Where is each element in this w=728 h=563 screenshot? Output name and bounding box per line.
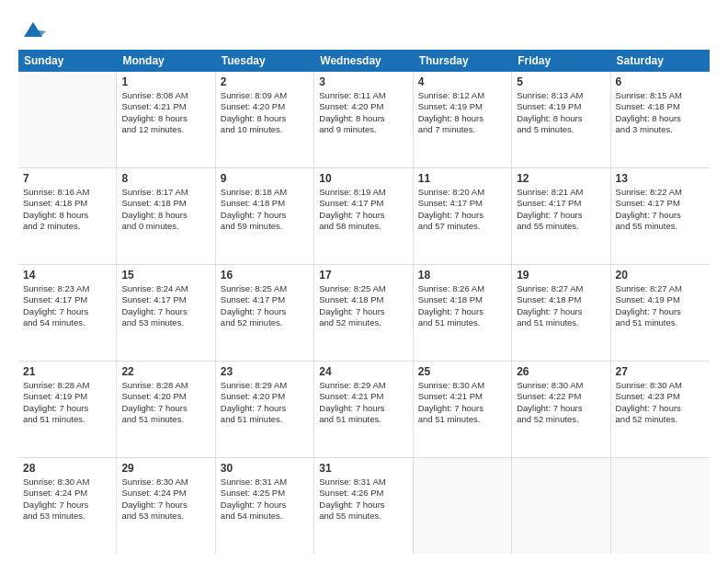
sunset-line: Sunset: 4:17 PM	[221, 294, 309, 305]
daylight-line2: and 52 minutes.	[517, 414, 605, 425]
daylight-line2: and 51 minutes.	[221, 414, 309, 425]
sunrise-line: Sunrise: 8:09 AM	[221, 90, 309, 101]
sunset-line: Sunset: 4:26 PM	[319, 488, 407, 499]
calendar-cell	[414, 458, 512, 554]
daylight-line2: and 57 minutes.	[418, 221, 506, 232]
day-number: 24	[319, 365, 407, 378]
sunset-line: Sunset: 4:19 PM	[517, 101, 605, 112]
day-number: 8	[121, 172, 210, 185]
sunrise-line: Sunrise: 8:30 AM	[418, 380, 506, 391]
calendar-header: SundayMondayTuesdayWednesdayThursdayFrid…	[18, 50, 710, 72]
daylight-line2: and 3 minutes.	[616, 124, 705, 135]
calendar-cell	[512, 458, 610, 554]
calendar-cell: 1 Sunrise: 8:08 AM Sunset: 4:21 PM Dayli…	[117, 72, 215, 167]
sunrise-line: Sunrise: 8:15 AM	[616, 90, 705, 101]
daylight-line2: and 51 minutes.	[418, 317, 506, 328]
daylight-line2: and 9 minutes.	[319, 124, 407, 135]
daylight-line2: and 55 minutes.	[319, 511, 407, 522]
daylight-line2: and 5 minutes.	[517, 124, 605, 135]
day-number: 14	[23, 269, 111, 282]
day-number: 1	[121, 75, 210, 88]
daylight-line1: Daylight: 7 hours	[517, 210, 605, 221]
daylight-line1: Daylight: 7 hours	[418, 210, 506, 221]
day-number: 28	[23, 462, 111, 475]
sunset-line: Sunset: 4:20 PM	[319, 101, 407, 112]
sunrise-line: Sunrise: 8:18 AM	[221, 187, 309, 198]
daylight-line2: and 10 minutes.	[221, 124, 309, 135]
daylight-line2: and 7 minutes.	[418, 124, 506, 135]
daylight-line2: and 54 minutes.	[221, 511, 309, 522]
calendar-cell: 6 Sunrise: 8:15 AM Sunset: 4:18 PM Dayli…	[611, 72, 710, 167]
sunset-line: Sunset: 4:17 PM	[418, 198, 506, 209]
calendar-cell: 9 Sunrise: 8:18 AM Sunset: 4:18 PM Dayli…	[216, 168, 314, 264]
daylight-line1: Daylight: 7 hours	[221, 500, 309, 511]
daylight-line1: Daylight: 7 hours	[319, 210, 407, 221]
day-number: 29	[121, 462, 210, 475]
calendar-cell: 25 Sunrise: 8:30 AM Sunset: 4:21 PM Dayl…	[414, 362, 512, 457]
calendar-cell: 15 Sunrise: 8:24 AM Sunset: 4:17 PM Dayl…	[117, 265, 215, 361]
calendar-cell: 28 Sunrise: 8:30 AM Sunset: 4:24 PM Dayl…	[18, 458, 117, 554]
day-number: 11	[418, 172, 506, 185]
day-number: 19	[517, 269, 605, 282]
logo	[18, 17, 46, 42]
daylight-line1: Daylight: 7 hours	[319, 403, 407, 414]
calendar-cell: 7 Sunrise: 8:16 AM Sunset: 4:18 PM Dayli…	[18, 168, 117, 264]
calendar-cell: 2 Sunrise: 8:09 AM Sunset: 4:20 PM Dayli…	[216, 72, 314, 167]
sunrise-line: Sunrise: 8:25 AM	[221, 283, 309, 294]
daylight-line1: Daylight: 8 hours	[319, 113, 407, 124]
daylight-line1: Daylight: 8 hours	[121, 210, 210, 221]
daylight-line1: Daylight: 7 hours	[23, 403, 111, 414]
daylight-line1: Daylight: 7 hours	[221, 306, 309, 317]
sunset-line: Sunset: 4:19 PM	[418, 101, 506, 112]
calendar-cell: 14 Sunrise: 8:23 AM Sunset: 4:17 PM Dayl…	[18, 265, 117, 361]
calendar: SundayMondayTuesdayWednesdayThursdayFrid…	[18, 50, 710, 554]
sunset-line: Sunset: 4:24 PM	[23, 488, 111, 499]
sunrise-line: Sunrise: 8:19 AM	[319, 187, 407, 198]
day-number: 27	[616, 365, 705, 378]
sunset-line: Sunset: 4:18 PM	[319, 294, 407, 305]
sunset-line: Sunset: 4:20 PM	[221, 101, 309, 112]
daylight-line2: and 51 minutes.	[616, 317, 705, 328]
calendar-cell: 13 Sunrise: 8:22 AM Sunset: 4:17 PM Dayl…	[611, 168, 710, 264]
calendar-cell: 21 Sunrise: 8:28 AM Sunset: 4:19 PM Dayl…	[18, 362, 117, 457]
sunset-line: Sunset: 4:20 PM	[221, 391, 309, 402]
day-number: 26	[517, 365, 605, 378]
calendar-cell: 19 Sunrise: 8:27 AM Sunset: 4:18 PM Dayl…	[512, 265, 610, 361]
day-number: 23	[221, 365, 309, 378]
daylight-line2: and 51 minutes.	[319, 414, 407, 425]
daylight-line1: Daylight: 7 hours	[616, 403, 705, 414]
day-number: 2	[221, 75, 309, 88]
sunrise-line: Sunrise: 8:12 AM	[418, 90, 506, 101]
sunset-line: Sunset: 4:17 PM	[319, 198, 407, 209]
daylight-line1: Daylight: 7 hours	[221, 403, 309, 414]
sunset-line: Sunset: 4:18 PM	[121, 198, 210, 209]
sunrise-line: Sunrise: 8:24 AM	[121, 283, 210, 294]
calendar-cell: 22 Sunrise: 8:28 AM Sunset: 4:20 PM Dayl…	[117, 362, 215, 457]
day-number: 12	[517, 172, 605, 185]
daylight-line1: Daylight: 7 hours	[319, 500, 407, 511]
calendar-cell: 26 Sunrise: 8:30 AM Sunset: 4:22 PM Dayl…	[512, 362, 610, 457]
sunrise-line: Sunrise: 8:16 AM	[23, 187, 111, 198]
daylight-line1: Daylight: 7 hours	[517, 306, 605, 317]
daylight-line1: Daylight: 7 hours	[319, 306, 407, 317]
sunrise-line: Sunrise: 8:22 AM	[616, 187, 705, 198]
sunrise-line: Sunrise: 8:29 AM	[221, 380, 309, 391]
calendar-cell: 12 Sunrise: 8:21 AM Sunset: 4:17 PM Dayl…	[512, 168, 610, 264]
sunrise-line: Sunrise: 8:23 AM	[23, 283, 111, 294]
day-number: 22	[121, 365, 210, 378]
daylight-line2: and 51 minutes.	[23, 414, 111, 425]
sunset-line: Sunset: 4:17 PM	[23, 294, 111, 305]
sunset-line: Sunset: 4:21 PM	[121, 101, 210, 112]
calendar-cell: 18 Sunrise: 8:26 AM Sunset: 4:18 PM Dayl…	[414, 265, 512, 361]
daylight-line2: and 55 minutes.	[616, 221, 705, 232]
sunset-line: Sunset: 4:22 PM	[517, 391, 605, 402]
daylight-line1: Daylight: 8 hours	[221, 113, 309, 124]
calendar-cell: 17 Sunrise: 8:25 AM Sunset: 4:18 PM Dayl…	[314, 265, 413, 361]
calendar-cell: 11 Sunrise: 8:20 AM Sunset: 4:17 PM Dayl…	[414, 168, 512, 264]
sunset-line: Sunset: 4:21 PM	[418, 391, 506, 402]
sunset-line: Sunset: 4:19 PM	[616, 294, 705, 305]
daylight-line2: and 53 minutes.	[121, 317, 210, 328]
sunset-line: Sunset: 4:18 PM	[23, 198, 111, 209]
calendar-cell: 20 Sunrise: 8:27 AM Sunset: 4:19 PM Dayl…	[611, 265, 710, 361]
day-number: 18	[418, 269, 506, 282]
